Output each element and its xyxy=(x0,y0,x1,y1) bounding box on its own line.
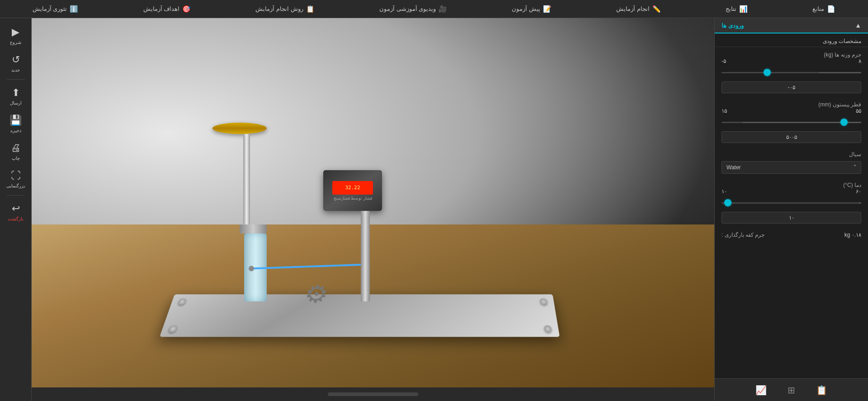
gauge-rod xyxy=(361,211,370,301)
nav-item-sources[interactable]: 📄 منابع xyxy=(808,5,840,13)
sources-icon: 📄 xyxy=(827,5,835,13)
temp-input-group: دما (C°) ۶۰ ۱۰ xyxy=(722,182,861,224)
send-icon: ⬆ xyxy=(12,87,20,99)
zoom-label: بزرگنمایی xyxy=(6,183,25,188)
piston-input-group: قطر پیستون (mm) ۵۵ ۱۵ xyxy=(722,101,861,143)
panel-content: جرم وزنه ها (kg) ۸ ۵- قطر پیستون (mm) ۵۵… xyxy=(715,47,868,378)
start-button[interactable]: ▶ شروع xyxy=(3,23,28,48)
progress-bar xyxy=(328,392,418,396)
nav-label-method: روش انجام آزمایش xyxy=(255,5,303,12)
mass-range-row: ۸ ۵- xyxy=(722,58,861,64)
mass-platform-info: ۰.۱۸ kg جرم کفه بارگذاری : xyxy=(722,232,861,238)
bolt-bl xyxy=(168,325,178,333)
mass-min-value: ۵- xyxy=(722,58,726,64)
back-button[interactable]: ↩ بازگشت xyxy=(3,199,28,224)
print-label: چاپ xyxy=(12,156,20,161)
nav-item-video[interactable]: 🎥 ویدیوی آموزشی آزمون xyxy=(375,5,452,13)
zoom-icon: ⛶ xyxy=(11,170,21,181)
send-button[interactable]: ⬆ ارسال xyxy=(3,83,28,109)
temp-min-value: ۱۰ xyxy=(722,188,727,195)
nav-item-results[interactable]: 📊 نتایج xyxy=(721,5,752,13)
fluid-dropdown-group: سیال ˅ Water xyxy=(722,151,861,174)
panel-section-title: مشخصات ورودی xyxy=(715,33,868,47)
bolt-tr xyxy=(540,298,548,305)
piston-label: قطر پیستون (mm) xyxy=(722,101,861,108)
nav-item-experiment[interactable]: ✏️ انجام آزمایش xyxy=(612,5,665,13)
gear-icon: ⚙ xyxy=(295,282,330,311)
new-icon: ↺ xyxy=(12,54,20,66)
bolt-tl xyxy=(178,298,187,305)
zoom-button[interactable]: ⛶ بزرگنمایی xyxy=(3,166,28,191)
save-button[interactable]: 💾 ذخیره xyxy=(3,111,28,136)
mass-max-value: ۸ xyxy=(859,58,861,64)
temp-slider-thumb[interactable] xyxy=(724,199,731,206)
panel-collapse-button[interactable]: ▲ xyxy=(855,22,861,29)
right-panel: ▲ ورودی ها مشخصات ورودی جرم وزنه ها (kg)… xyxy=(714,18,868,401)
gauge-label: فشار توسط فشارسنج xyxy=(334,196,372,200)
print-icon: 🖨 xyxy=(11,142,21,154)
new-label: جدید xyxy=(11,67,20,72)
nav-item-method[interactable]: 📋 روش انجام آزمایش xyxy=(251,5,319,13)
temp-max-value: ۶۰ xyxy=(856,188,861,195)
temp-slider-container xyxy=(722,198,861,207)
cylinder-rod xyxy=(243,134,250,224)
fluid-label: سیال xyxy=(722,151,861,158)
fluid-dropdown-value: Water xyxy=(726,164,741,171)
nav-item-pretest[interactable]: 📝 پیش آزمون xyxy=(507,5,556,13)
chart-tab-icon: 📈 xyxy=(755,385,767,395)
disc-top xyxy=(212,123,267,134)
nav-label-theory: تئوری آزمایش xyxy=(33,5,67,12)
back-icon: ↩ xyxy=(12,203,20,215)
apparatus: ⚙ 32.22 فشار توسط فشارسنج xyxy=(122,120,579,347)
results-icon: 📊 xyxy=(739,5,748,13)
save-label: ذخیره xyxy=(10,128,21,133)
cylinder-top-cap xyxy=(240,224,267,234)
mass-slider-thumb[interactable] xyxy=(764,69,771,76)
save-icon: 💾 xyxy=(9,115,22,126)
method-icon: 📋 xyxy=(306,5,315,13)
grid-tab-icon: ⊞ xyxy=(788,385,795,395)
mass-input-field[interactable] xyxy=(722,81,861,93)
panel-header: ▲ ورودی ها xyxy=(715,18,868,33)
fluid-dropdown-arrow: ˅ xyxy=(854,164,856,171)
bottom-bar xyxy=(32,387,714,401)
goals-icon: 🎯 xyxy=(182,5,191,13)
nav-item-theory[interactable]: ℹ️ تئوری آزمایش xyxy=(28,5,83,13)
experiment-icon: ✏️ xyxy=(652,5,661,13)
mass-label: جرم وزنه ها (kg) xyxy=(722,52,861,58)
bolt-br xyxy=(543,325,552,333)
top-navigation: 📄 منابع 📊 نتایج ✏️ انجام آزمایش 📝 پیش آز… xyxy=(0,0,868,18)
panel-footer: 📋 ⊞ 📈 xyxy=(715,378,868,401)
theory-icon: ℹ️ xyxy=(70,5,78,13)
send-label: ارسال xyxy=(10,100,22,105)
start-icon: ▶ xyxy=(12,26,19,38)
new-button[interactable]: ↺ جدید xyxy=(3,50,28,76)
mass-platform-label: جرم کفه بارگذاری : xyxy=(722,232,764,238)
video-icon: 🎥 xyxy=(439,5,447,13)
print-button[interactable]: 🖨 چاپ xyxy=(3,138,28,164)
sidebar-separator-1 xyxy=(7,79,25,80)
piston-range-row: ۵۵ ۱۵ xyxy=(722,108,861,114)
gauge-reading: 32.22 xyxy=(345,185,360,191)
sidebar-separator-2 xyxy=(7,195,25,196)
nav-label-sources: منابع xyxy=(812,5,824,12)
piston-min-value: ۱۵ xyxy=(722,108,727,114)
mass-input-group: جرم وزنه ها (kg) ۸ ۵- xyxy=(722,52,861,93)
piston-slider-thumb[interactable] xyxy=(840,119,848,126)
start-label: شروع xyxy=(10,40,21,45)
table-tab[interactable]: 📋 xyxy=(812,381,831,399)
grid-tab[interactable]: ⊞ xyxy=(784,381,799,399)
nav-item-goals[interactable]: 🎯 اهداف آزمایش xyxy=(139,5,196,13)
piston-max-value: ۵۵ xyxy=(856,108,861,114)
temp-input-field[interactable] xyxy=(722,212,861,224)
nav-label-video: ویدیوی آموزشی آزمون xyxy=(379,5,436,12)
main-scene: ⚙ 32.22 فشار توسط فشارسنج xyxy=(32,18,714,401)
chart-tab[interactable]: 📈 xyxy=(752,381,770,399)
piston-slider-container xyxy=(722,118,861,127)
temp-slider-fill xyxy=(859,202,861,204)
nav-label-results: نتایج xyxy=(726,5,736,12)
cylinder-assembly xyxy=(226,123,267,301)
piston-input-field[interactable] xyxy=(722,131,861,143)
table-tab-icon: 📋 xyxy=(816,385,827,395)
fluid-dropdown[interactable]: ˅ Water xyxy=(722,161,861,174)
